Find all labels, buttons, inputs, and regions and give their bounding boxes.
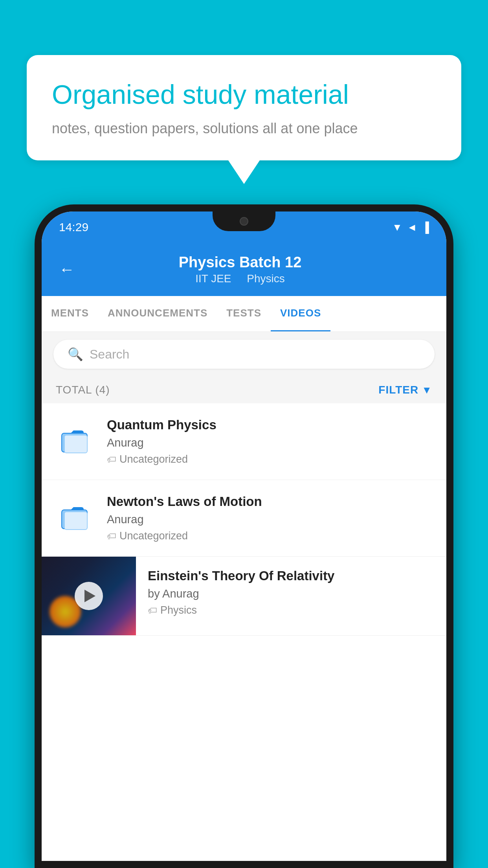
video-tag-label-newton: Uncategorized [119, 530, 188, 542]
phone-frame: 14:29 ▼ ◄ ▐ ← Physics Batch 12 IIT JEE P… [35, 204, 453, 868]
svg-rect-5 [64, 512, 87, 530]
status-time: 14:29 [59, 221, 88, 234]
speech-bubble-container: Organised study material notes, question… [27, 55, 461, 184]
video-tag-newton: 🏷 Uncategorized [107, 530, 432, 542]
total-count: TOTAL (4) [56, 384, 110, 396]
list-item[interactable]: Newton's Laws of Motion Anurag 🏷 Uncateg… [42, 480, 446, 557]
video-info-quantum: Quantum Physics Anurag 🏷 Uncategorized [107, 417, 432, 465]
video-tag-label-einstein: Physics [160, 604, 197, 616]
search-placeholder: Search [90, 347, 129, 362]
video-info-newton: Newton's Laws of Motion Anurag 🏷 Uncateg… [107, 494, 432, 542]
speech-bubble-tail [228, 160, 260, 184]
folder-icon-container-2 [56, 494, 95, 537]
video-thumbnail-einstein [42, 557, 136, 635]
video-author-newton: Anurag [107, 513, 432, 526]
tab-videos[interactable]: VIDEOS [271, 296, 330, 331]
tab-ments[interactable]: MENTS [42, 296, 98, 331]
header-subtitle: IIT JEE Physics [86, 272, 394, 285]
filter-bar: TOTAL (4) FILTER ▼ [42, 377, 446, 403]
speech-bubble: Organised study material notes, question… [27, 55, 461, 160]
video-list: Quantum Physics Anurag 🏷 Uncategorized [42, 403, 446, 636]
search-bar[interactable]: 🔍 Search [53, 340, 435, 369]
video-title: Quantum Physics [107, 417, 432, 432]
list-item[interactable]: Quantum Physics Anurag 🏷 Uncategorized [42, 403, 446, 480]
header-title: Physics Batch 12 [86, 254, 394, 271]
folder-icon-2 [60, 500, 91, 531]
video-title-einstein: Einstein's Theory Of Relativity [148, 568, 435, 583]
status-bar: 14:29 ▼ ◄ ▐ [42, 211, 446, 243]
play-triangle-icon [84, 590, 95, 602]
list-item[interactable]: Einstein's Theory Of Relativity by Anura… [42, 557, 446, 636]
video-author: Anurag [107, 436, 432, 449]
speech-bubble-subtitle: notes, question papers, solutions all at… [52, 120, 436, 137]
folder-icon-container [56, 417, 95, 461]
header-subtitle-left: IIT JEE [195, 272, 231, 285]
filter-button[interactable]: FILTER ▼ [378, 384, 432, 396]
battery-icon: ▐ [422, 221, 429, 234]
video-tag-label: Uncategorized [119, 453, 188, 465]
filter-icon: ▼ [422, 384, 432, 396]
filter-label: FILTER [378, 384, 418, 396]
tag-icon-3: 🏷 [148, 605, 157, 616]
speech-bubble-title: Organised study material [52, 79, 436, 111]
video-title-newton: Newton's Laws of Motion [107, 494, 432, 509]
header-subtitle-right: Physics [247, 272, 284, 285]
video-author-einstein: by Anurag [148, 587, 435, 600]
play-button[interactable] [75, 582, 103, 610]
app-header: ← Physics Batch 12 IIT JEE Physics [42, 243, 446, 296]
camera-dot [240, 217, 248, 226]
video-tag: 🏷 Uncategorized [107, 453, 432, 465]
svg-rect-2 [64, 435, 87, 453]
tab-tests[interactable]: TESTS [217, 296, 271, 331]
tab-announcements[interactable]: ANNOUNCEMENTS [98, 296, 217, 331]
status-icons: ▼ ◄ ▐ [392, 221, 429, 234]
video-tag-einstein: 🏷 Physics [148, 604, 435, 616]
tag-icon: 🏷 [107, 454, 116, 465]
search-bar-container: 🔍 Search [42, 332, 446, 377]
tag-icon-2: 🏷 [107, 531, 116, 542]
signal-icon: ◄ [407, 221, 417, 234]
tabs-bar: MENTS ANNOUNCEMENTS TESTS VIDEOS [42, 296, 446, 332]
video-info-einstein: Einstein's Theory Of Relativity by Anura… [136, 557, 446, 628]
folder-icon [60, 423, 91, 455]
back-button[interactable]: ← [59, 261, 75, 278]
search-icon: 🔍 [68, 347, 83, 362]
header-title-block: Physics Batch 12 IIT JEE Physics [86, 254, 394, 285]
wifi-icon: ▼ [392, 221, 402, 234]
phone-screen: 14:29 ▼ ◄ ▐ ← Physics Batch 12 IIT JEE P… [42, 211, 446, 861]
notch [213, 211, 275, 231]
